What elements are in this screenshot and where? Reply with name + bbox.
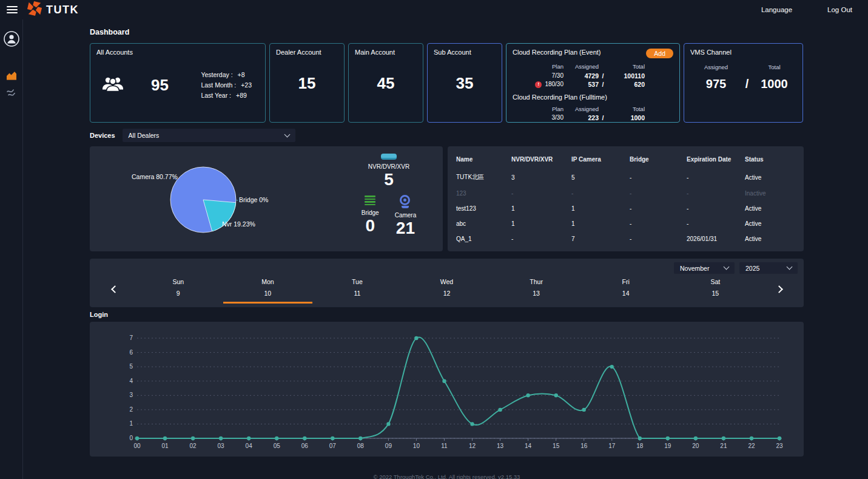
svg-text:Bridge 0%: Bridge 0% [239, 196, 268, 203]
table-cell: 1 [571, 201, 630, 216]
svg-text:01: 01 [161, 443, 169, 449]
vms-channel-card: VMS Channel Assigned Total 975 / 1000 [684, 43, 803, 123]
all-accounts-stats: Yesterday :+8Last Month :+23Last Year :+… [201, 70, 252, 101]
day-date: 13 [491, 290, 581, 297]
svg-text:0: 0 [129, 435, 133, 441]
total-value: 620 [607, 80, 645, 89]
vms-separator: / [742, 77, 753, 91]
svg-text:10: 10 [413, 443, 420, 449]
alert-icon: ! [535, 81, 542, 88]
all-accounts-card: All Accounts 95 Yesterday :+8Last [90, 43, 266, 123]
table-cell: - [630, 231, 687, 246]
day-date: 15 [670, 290, 760, 297]
fulltime-plan-headers: Plan Assigned Total [513, 105, 645, 114]
day-date: 11 [312, 290, 402, 297]
svg-text:Camera 80.77%: Camera 80.77% [132, 173, 178, 180]
brand-name: TUTK [46, 4, 79, 16]
column-header: IP Camera [571, 152, 630, 169]
column-header: Plan [513, 63, 564, 72]
chevron-down-icon [787, 264, 793, 270]
stat-value: +23 [241, 80, 252, 90]
year-select[interactable]: 2025 [739, 262, 798, 274]
svg-text:05: 05 [274, 443, 281, 449]
svg-text:1: 1 [129, 420, 133, 427]
table-cell: 123 [456, 186, 511, 201]
assigned-value: 223 [564, 114, 599, 123]
table-cell: 1 [511, 216, 571, 231]
svg-text:5: 5 [129, 363, 133, 370]
svg-text:08: 08 [357, 443, 365, 449]
previous-week-button[interactable] [96, 274, 133, 304]
calendar-day[interactable]: Fri14 [581, 274, 671, 304]
column-header: NVR/DVR/XVR [511, 152, 571, 169]
column-header: Bridge [630, 152, 687, 169]
month-select[interactable]: November [674, 262, 735, 274]
table-cell: - [511, 186, 571, 201]
table-cell: Active [745, 216, 795, 231]
calendar-day[interactable]: Mon10 [223, 274, 313, 304]
calendar-day[interactable]: Sat15 [670, 274, 760, 304]
menu-icon[interactable] [5, 4, 19, 15]
column-header: Expiration Date [687, 152, 745, 169]
dashboard-chart-icon[interactable] [6, 70, 17, 80]
logout-button[interactable]: Log Out [827, 6, 852, 13]
add-button[interactable]: Add [646, 49, 673, 58]
device-distribution-panel: Camera 80.77%Bridge 0%Nvr 19.23% NVR/DVR… [90, 146, 443, 251]
login-chart-panel: 0123456700010203040506070809101112131415… [90, 322, 804, 457]
device-table-panel: NameNVR/DVR/XVRIP CameraBridgeExpiration… [448, 146, 804, 251]
calendar-day[interactable]: Wed12 [402, 274, 492, 304]
stat-label: Yesterday : [201, 70, 232, 80]
card-title: Cloud Recording Plan (Event) [513, 49, 601, 56]
svg-text:13: 13 [497, 443, 504, 449]
transfer-icon[interactable] [6, 89, 17, 97]
column-header: Name [456, 152, 511, 169]
account-avatar-icon[interactable] [3, 30, 20, 47]
day-name: Sun [133, 278, 223, 285]
day-name: Thur [491, 278, 581, 285]
svg-text:16: 16 [580, 443, 588, 449]
column-header: Status [745, 152, 795, 169]
table-cell: Active [745, 231, 795, 246]
account-stat-row: Last Year :+89 [201, 90, 252, 101]
all-accounts-value: 95 [151, 76, 169, 95]
table-cell: Active [745, 169, 795, 186]
calendar-day[interactable]: Sun9 [133, 274, 223, 304]
assigned-value: 4729 [564, 72, 599, 81]
stat-label: Last Month : [201, 80, 236, 90]
day-date: 12 [402, 290, 492, 297]
stat-label: Last Year : [201, 90, 231, 101]
table-cell: - [687, 216, 745, 231]
calendar-day[interactable]: Thur13 [491, 274, 581, 304]
language-button[interactable]: Language [761, 6, 792, 13]
table-cell: - [687, 186, 745, 201]
svg-text:07: 07 [329, 443, 337, 449]
svg-text:6: 6 [129, 349, 133, 356]
table-row: test12311--Active [456, 201, 795, 216]
nvr-count: 5 [384, 171, 394, 189]
calendar-day[interactable]: Tue11 [312, 274, 402, 304]
svg-text:02: 02 [190, 443, 197, 449]
table-cell: - [687, 201, 745, 216]
svg-text:Nvr 19.23%: Nvr 19.23% [222, 220, 255, 228]
login-section-title: Login [90, 311, 804, 318]
column-header: Assigned [564, 63, 599, 72]
devices-label: Devices [90, 132, 115, 139]
camera-icon [399, 195, 412, 208]
plan-cell: !180/30 [513, 80, 564, 89]
day-name: Tue [312, 278, 402, 285]
month-value: November [680, 265, 709, 272]
dealer-filter-select[interactable]: All Dealers [123, 129, 295, 142]
total-value: 1000 [607, 114, 645, 123]
svg-text:06: 06 [301, 443, 309, 449]
svg-text:7: 7 [129, 335, 133, 341]
cloud-recording-card: Cloud Recording Plan (Event) Add Plan As… [506, 43, 680, 123]
main-account-card: Main Account 45 [348, 43, 423, 123]
column-header: Assigned [564, 105, 599, 114]
day-date: 14 [581, 290, 671, 297]
table-row: abc11--Active [456, 216, 795, 231]
svg-text:19: 19 [664, 443, 671, 449]
device-table: NameNVR/DVR/XVRIP CameraBridgeExpiration… [456, 152, 795, 246]
next-week-button[interactable] [760, 274, 798, 304]
separator: / [599, 80, 607, 89]
sub-account-card: Sub Account 35 [427, 43, 502, 123]
